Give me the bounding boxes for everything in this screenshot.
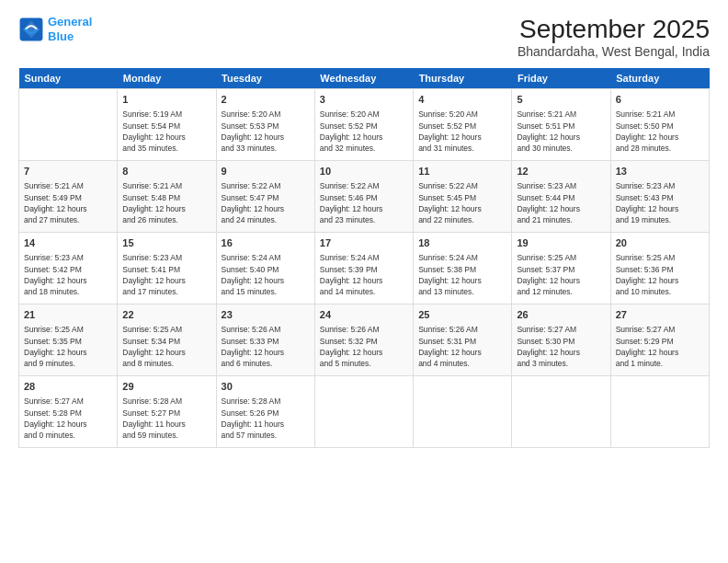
week-row-2: 7Sunrise: 5:21 AMSunset: 5:49 PMDaylight… bbox=[19, 161, 710, 233]
week-row-5: 28Sunrise: 5:27 AMSunset: 5:28 PMDayligh… bbox=[19, 376, 710, 448]
day-number: 6 bbox=[616, 93, 704, 107]
calendar-cell: 15Sunrise: 5:23 AMSunset: 5:41 PMDayligh… bbox=[118, 233, 216, 304]
week-row-1: 1Sunrise: 5:19 AMSunset: 5:54 PMDaylight… bbox=[19, 89, 710, 161]
cell-info: Sunrise: 5:27 AMSunset: 5:30 PMDaylight:… bbox=[517, 324, 605, 369]
calendar-cell: 10Sunrise: 5:22 AMSunset: 5:46 PMDayligh… bbox=[314, 161, 413, 233]
day-number: 1 bbox=[122, 93, 210, 107]
header: General Blue September 2025 Bhandardaha,… bbox=[18, 15, 710, 59]
calendar-cell: 18Sunrise: 5:24 AMSunset: 5:38 PMDayligh… bbox=[414, 233, 512, 304]
day-number: 3 bbox=[320, 93, 408, 107]
calendar-cell: 11Sunrise: 5:22 AMSunset: 5:45 PMDayligh… bbox=[414, 161, 512, 233]
day-number: 25 bbox=[418, 308, 506, 322]
calendar-cell: 6Sunrise: 5:21 AMSunset: 5:50 PMDaylight… bbox=[610, 89, 709, 161]
calendar-cell: 2Sunrise: 5:20 AMSunset: 5:53 PMDaylight… bbox=[216, 89, 314, 161]
day-number: 2 bbox=[222, 93, 310, 107]
calendar-cell: 16Sunrise: 5:24 AMSunset: 5:40 PMDayligh… bbox=[216, 233, 314, 304]
calendar-cell: 1Sunrise: 5:19 AMSunset: 5:54 PMDaylight… bbox=[118, 89, 216, 161]
day-number: 13 bbox=[616, 165, 704, 178]
calendar-cell: 29Sunrise: 5:28 AMSunset: 5:27 PMDayligh… bbox=[118, 376, 216, 448]
day-number: 9 bbox=[222, 165, 310, 178]
cell-info: Sunrise: 5:22 AMSunset: 5:45 PMDaylight:… bbox=[418, 180, 506, 225]
calendar-cell: 21Sunrise: 5:25 AMSunset: 5:35 PMDayligh… bbox=[19, 304, 118, 376]
cell-info: Sunrise: 5:20 AMSunset: 5:52 PMDaylight:… bbox=[418, 109, 506, 154]
day-header-wednesday: Wednesday bbox=[314, 68, 413, 89]
header-row: SundayMondayTuesdayWednesdayThursdayFrid… bbox=[19, 68, 710, 89]
cell-info: Sunrise: 5:26 AMSunset: 5:32 PMDaylight:… bbox=[320, 324, 408, 369]
cell-info: Sunrise: 5:20 AMSunset: 5:52 PMDaylight:… bbox=[320, 109, 408, 154]
cell-info: Sunrise: 5:21 AMSunset: 5:48 PMDaylight:… bbox=[122, 180, 210, 225]
day-number: 24 bbox=[320, 308, 408, 322]
cell-info: Sunrise: 5:28 AMSunset: 5:27 PMDaylight:… bbox=[122, 396, 210, 441]
week-row-4: 21Sunrise: 5:25 AMSunset: 5:35 PMDayligh… bbox=[19, 304, 710, 376]
cell-info: Sunrise: 5:21 AMSunset: 5:50 PMDaylight:… bbox=[616, 109, 704, 154]
day-number: 5 bbox=[517, 93, 605, 107]
logo-icon bbox=[18, 17, 44, 42]
cell-info: Sunrise: 5:21 AMSunset: 5:49 PMDaylight:… bbox=[24, 180, 112, 225]
cell-info: Sunrise: 5:27 AMSunset: 5:28 PMDaylight:… bbox=[24, 396, 112, 441]
cell-info: Sunrise: 5:26 AMSunset: 5:33 PMDaylight:… bbox=[222, 324, 310, 369]
cell-info: Sunrise: 5:20 AMSunset: 5:53 PMDaylight:… bbox=[222, 109, 310, 154]
day-header-monday: Monday bbox=[118, 68, 216, 89]
logo-line1: General bbox=[48, 15, 92, 29]
page: General Blue September 2025 Bhandardaha,… bbox=[0, 0, 728, 563]
cell-info: Sunrise: 5:27 AMSunset: 5:29 PMDaylight:… bbox=[616, 324, 704, 369]
day-number: 14 bbox=[24, 236, 112, 250]
calendar-cell bbox=[19, 89, 118, 161]
day-header-saturday: Saturday bbox=[610, 68, 709, 89]
calendar-cell: 28Sunrise: 5:27 AMSunset: 5:28 PMDayligh… bbox=[19, 376, 118, 448]
calendar-cell bbox=[610, 376, 709, 448]
day-number: 16 bbox=[222, 236, 310, 250]
cell-info: Sunrise: 5:22 AMSunset: 5:46 PMDaylight:… bbox=[320, 180, 408, 225]
day-number: 15 bbox=[122, 236, 210, 250]
day-number: 28 bbox=[24, 380, 112, 394]
calendar-cell: 24Sunrise: 5:26 AMSunset: 5:32 PMDayligh… bbox=[314, 304, 413, 376]
calendar-cell: 30Sunrise: 5:28 AMSunset: 5:26 PMDayligh… bbox=[216, 376, 314, 448]
day-number: 8 bbox=[122, 165, 210, 178]
calendar-cell: 22Sunrise: 5:25 AMSunset: 5:34 PMDayligh… bbox=[118, 304, 216, 376]
calendar-cell: 25Sunrise: 5:26 AMSunset: 5:31 PMDayligh… bbox=[414, 304, 512, 376]
calendar-cell: 23Sunrise: 5:26 AMSunset: 5:33 PMDayligh… bbox=[216, 304, 314, 376]
cell-info: Sunrise: 5:23 AMSunset: 5:42 PMDaylight:… bbox=[24, 252, 112, 297]
calendar-cell: 7Sunrise: 5:21 AMSunset: 5:49 PMDaylight… bbox=[19, 161, 118, 233]
day-number: 22 bbox=[122, 308, 210, 322]
calendar-cell: 20Sunrise: 5:25 AMSunset: 5:36 PMDayligh… bbox=[610, 233, 709, 304]
cell-info: Sunrise: 5:22 AMSunset: 5:47 PMDaylight:… bbox=[222, 180, 310, 225]
cell-info: Sunrise: 5:25 AMSunset: 5:34 PMDaylight:… bbox=[122, 324, 210, 369]
day-number: 11 bbox=[418, 165, 506, 178]
week-row-3: 14Sunrise: 5:23 AMSunset: 5:42 PMDayligh… bbox=[19, 233, 710, 304]
day-number: 10 bbox=[320, 165, 408, 178]
day-header-tuesday: Tuesday bbox=[216, 68, 314, 89]
day-number: 20 bbox=[616, 236, 704, 250]
cell-info: Sunrise: 5:24 AMSunset: 5:40 PMDaylight:… bbox=[222, 252, 310, 297]
cell-info: Sunrise: 5:21 AMSunset: 5:51 PMDaylight:… bbox=[517, 109, 605, 154]
subtitle: Bhandardaha, West Bengal, India bbox=[518, 44, 710, 59]
calendar-cell: 17Sunrise: 5:24 AMSunset: 5:39 PMDayligh… bbox=[314, 233, 413, 304]
cell-info: Sunrise: 5:26 AMSunset: 5:31 PMDaylight:… bbox=[418, 324, 506, 369]
calendar-cell: 4Sunrise: 5:20 AMSunset: 5:52 PMDaylight… bbox=[414, 89, 512, 161]
day-number: 17 bbox=[320, 236, 408, 250]
day-header-friday: Friday bbox=[512, 68, 610, 89]
calendar-cell: 3Sunrise: 5:20 AMSunset: 5:52 PMDaylight… bbox=[314, 89, 413, 161]
calendar-table: SundayMondayTuesdayWednesdayThursdayFrid… bbox=[18, 68, 710, 448]
day-header-thursday: Thursday bbox=[414, 68, 512, 89]
month-title: September 2025 bbox=[518, 15, 710, 44]
day-number: 23 bbox=[222, 308, 310, 322]
day-number: 19 bbox=[517, 236, 605, 250]
logo-text: General Blue bbox=[48, 15, 92, 43]
calendar-cell: 27Sunrise: 5:27 AMSunset: 5:29 PMDayligh… bbox=[610, 304, 709, 376]
calendar-cell: 19Sunrise: 5:25 AMSunset: 5:37 PMDayligh… bbox=[512, 233, 610, 304]
day-number: 26 bbox=[517, 308, 605, 322]
title-block: September 2025 Bhandardaha, West Bengal,… bbox=[518, 15, 710, 59]
day-header-sunday: Sunday bbox=[19, 68, 118, 89]
calendar-cell bbox=[512, 376, 610, 448]
calendar-cell bbox=[314, 376, 413, 448]
cell-info: Sunrise: 5:25 AMSunset: 5:35 PMDaylight:… bbox=[24, 324, 112, 369]
day-number: 30 bbox=[222, 380, 310, 394]
calendar-cell bbox=[414, 376, 512, 448]
day-number: 7 bbox=[24, 165, 112, 178]
logo: General Blue bbox=[18, 15, 92, 43]
calendar-cell: 14Sunrise: 5:23 AMSunset: 5:42 PMDayligh… bbox=[19, 233, 118, 304]
day-number: 18 bbox=[418, 236, 506, 250]
cell-info: Sunrise: 5:24 AMSunset: 5:38 PMDaylight:… bbox=[418, 252, 506, 297]
logo-line2: Blue bbox=[48, 29, 74, 43]
